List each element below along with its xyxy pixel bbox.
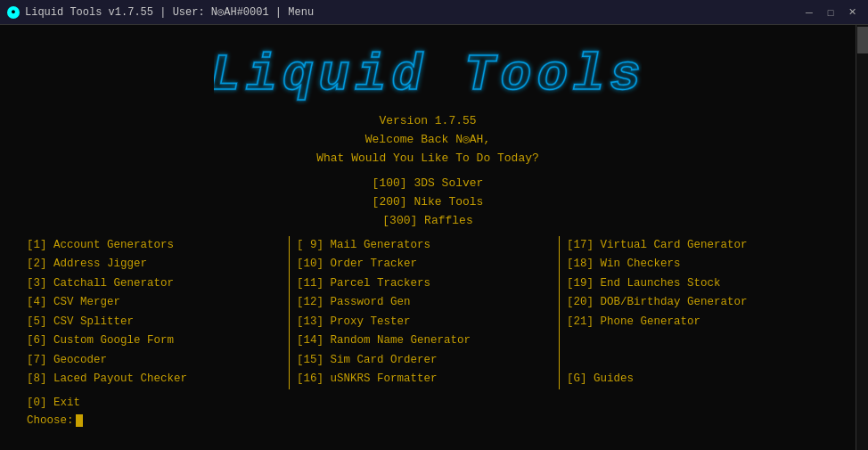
scrollbar[interactable] — [856, 25, 868, 450]
top-menu-item-300[interactable]: [300] Raffles — [18, 212, 838, 231]
menu-item-15[interactable]: [15] Sim Card Orderer — [297, 351, 559, 371]
svg-text:Liquid Tools: Liquid Tools — [214, 46, 642, 104]
top-menu: [100] 3DS Solver [200] Nike Tools [300] … — [18, 175, 838, 230]
menu-item-3[interactable]: [3] Catchall Generator — [27, 274, 289, 294]
choose-line: Choose: — [27, 414, 838, 427]
menu-item-blank2 — [567, 351, 829, 371]
menu-item-18[interactable]: [18] Win Checkers — [567, 255, 829, 274]
menu-item-14[interactable]: [14] Random Name Generator — [297, 331, 559, 351]
menu-item-19[interactable]: [19] End Launches Stock — [567, 274, 829, 294]
titlebar-controls: ─ □ ✕ — [800, 4, 861, 20]
menu-item-21[interactable]: [21] Phone Generator — [567, 313, 829, 332]
subtitle-area: Version 1.7.55 Welcome Back N◎AH, What W… — [18, 112, 838, 168]
app-icon: ● — [7, 6, 20, 19]
choose-label: Choose: — [27, 414, 74, 427]
menu-item-6[interactable]: [6] Custom Google Form — [27, 331, 289, 351]
menu-item-1[interactable]: [1] Account Generators — [27, 236, 289, 256]
logo-area: Liquid Tools Liquid Tools — [18, 25, 838, 109]
menu-item-11[interactable]: [11] Parcel Trackers — [297, 274, 559, 294]
scrollbar-thumb[interactable] — [857, 27, 868, 53]
menu-item-5[interactable]: [5] CSV Splitter — [27, 313, 289, 332]
menu-item-7[interactable]: [7] Geocoder — [27, 351, 289, 371]
menu-item-16[interactable]: [16] uSNKRS Formatter — [297, 370, 559, 389]
menu-item-20[interactable]: [20] DOB/Birthday Generator — [567, 293, 829, 313]
prompt-text: What Would You Like To Do Today? — [316, 151, 539, 165]
menu-item-blank1 — [567, 331, 829, 351]
top-menu-item-200[interactable]: [200] Nike Tools — [18, 193, 838, 212]
menu-col-right: [17] Virtual Card Generator [18] Win Che… — [559, 236, 829, 389]
close-button[interactable]: ✕ — [843, 4, 861, 20]
menu-col-left: [1] Account Generators [2] Address Jigge… — [27, 236, 289, 389]
menu-item-17[interactable]: [17] Virtual Card Generator — [567, 236, 829, 256]
titlebar-title: Liquid Tools v1.7.55 | User: N◎AH#0001 |… — [25, 5, 314, 19]
menu-item-G[interactable]: [G] Guides — [567, 370, 829, 389]
minimize-button[interactable]: ─ — [800, 4, 818, 20]
menu-grid: [1] Account Generators [2] Address Jigge… — [18, 236, 838, 389]
main-content: Liquid Tools Liquid Tools Version 1.7.55… — [0, 25, 856, 450]
menu-col-mid: [ 9] Mail Generators [10] Order Tracker … — [289, 236, 559, 389]
exit-line[interactable]: [0] Exit — [27, 397, 838, 409]
menu-item-2[interactable]: [2] Address Jigger — [27, 255, 289, 274]
menu-item-10[interactable]: [10] Order Tracker — [297, 255, 559, 274]
titlebar: ● Liquid Tools v1.7.55 | User: N◎AH#0001… — [0, 0, 868, 25]
menu-item-13[interactable]: [13] Proxy Tester — [297, 313, 559, 332]
welcome-text: Welcome Back N◎AH, — [365, 133, 490, 146]
menu-item-8[interactable]: [8] Laced Payout Checker — [27, 370, 289, 389]
maximize-button[interactable]: □ — [822, 4, 839, 20]
cursor — [76, 414, 83, 427]
menu-item-9[interactable]: [ 9] Mail Generators — [297, 236, 559, 256]
titlebar-left: ● Liquid Tools v1.7.55 | User: N◎AH#0001… — [7, 5, 314, 19]
version-text: Version 1.7.55 — [379, 114, 476, 127]
logo-svg: Liquid Tools Liquid Tools — [214, 34, 642, 105]
menu-item-12[interactable]: [12] Password Gen — [297, 293, 559, 313]
top-menu-item-100[interactable]: [100] 3DS Solver — [18, 175, 838, 193]
menu-item-4[interactable]: [4] CSV Merger — [27, 293, 289, 313]
